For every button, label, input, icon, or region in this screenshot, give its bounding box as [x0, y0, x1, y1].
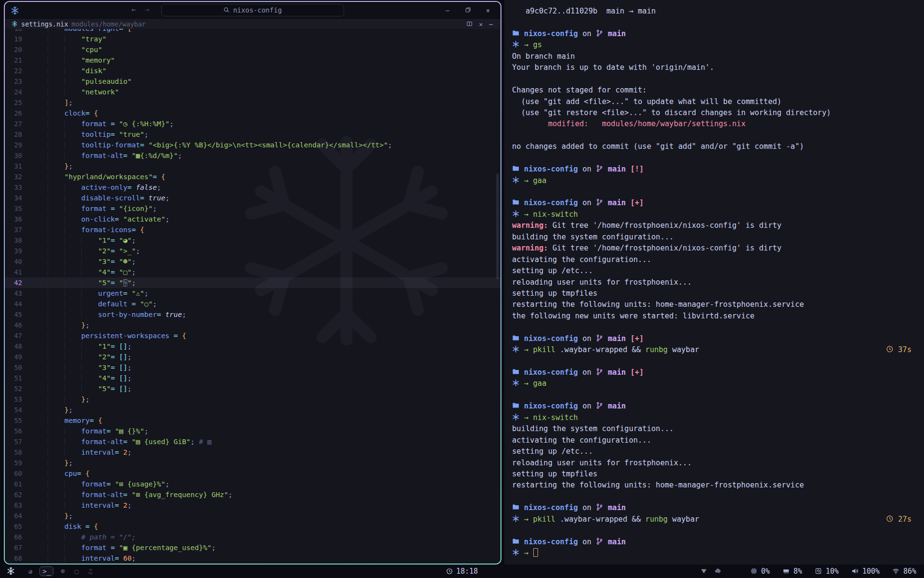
code-line[interactable]: 27 format = "◷ {:%H:%M}"; [5, 118, 500, 129]
code-line[interactable]: 24 "network" [5, 87, 500, 97]
code-line[interactable]: 41 "4"= "▢"; [5, 267, 500, 277]
code-line[interactable]: 18 modules-right= [ [5, 29, 500, 34]
tab-settings-nix[interactable]: settings.nix modules/home/waybar [5, 20, 146, 28]
line-number[interactable]: 59 [5, 458, 31, 468]
code-line[interactable]: 56 format= "▤ {}%"; [5, 426, 500, 436]
code-line[interactable]: 63 interval= 2; [5, 500, 500, 511]
code-line[interactable]: 29 tooltip-format= "<big>{:%Y %B}</big>\… [5, 140, 500, 150]
split-pane-icon[interactable] [466, 21, 473, 28]
line-number[interactable]: 28 [5, 129, 31, 140]
workspace-4-notes[interactable]: ▢ [72, 567, 81, 576]
code-line[interactable]: 59 }; [5, 458, 500, 468]
line-number[interactable]: 27 [5, 118, 31, 129]
line-number[interactable]: 35 [5, 203, 31, 214]
code-line[interactable]: 49 "2"= []; [5, 352, 500, 362]
code-line[interactable]: 55 memory= { [5, 415, 500, 426]
code-line[interactable]: 65 disk = { [5, 521, 500, 532]
line-number[interactable]: 41 [5, 267, 31, 277]
code-line[interactable]: 20 "cpu" [5, 44, 500, 55]
line-number[interactable]: 53 [5, 394, 31, 405]
code-line[interactable]: 60 cpu= { [5, 468, 500, 479]
line-number[interactable]: 48 [5, 341, 31, 352]
line-number[interactable]: 55 [5, 415, 31, 426]
code-line[interactable]: 35 format = "{icon}"; [5, 203, 500, 214]
code-line[interactable]: 51 "4"= []; [5, 373, 500, 383]
forward-button[interactable]: → [145, 5, 149, 14]
line-number[interactable]: 21 [5, 55, 31, 66]
line-number[interactable]: 62 [5, 489, 31, 500]
workspace-3-discord[interactable]: ☻ [58, 567, 67, 576]
code-line[interactable]: 39 "2"= ">_"; [5, 246, 500, 256]
code-line[interactable]: 54 }; [5, 405, 500, 415]
line-number[interactable]: 66 [5, 532, 31, 542]
code-line[interactable]: 31 }; [5, 161, 500, 171]
back-button[interactable]: ← [131, 5, 136, 14]
line-number[interactable]: 58 [5, 447, 31, 458]
nixos-menu-icon[interactable] [7, 566, 15, 576]
code-line[interactable]: 22 "disk" [5, 66, 500, 76]
line-number[interactable]: 22 [5, 66, 31, 76]
terminal[interactable]: a9c0c72..d11029b main → main nixos-confi… [504, 0, 924, 565]
code-line[interactable]: 61 format= "⊞ {usage}%"; [5, 479, 500, 489]
line-number[interactable]: 50 [5, 362, 31, 373]
network-tray-icon[interactable] [700, 567, 707, 576]
line-number[interactable]: 61 [5, 479, 31, 489]
code-line[interactable]: 23 "pulseaudio" [5, 76, 500, 87]
line-number[interactable]: 38 [5, 235, 31, 246]
code-line[interactable]: 48 "1"= []; [5, 341, 500, 352]
close-tab-button[interactable]: ✕ [479, 21, 483, 28]
code-line[interactable]: 25 ]; [5, 97, 500, 108]
line-number[interactable]: 64 [5, 511, 31, 521]
code-line[interactable]: 19 "tray" [5, 34, 500, 44]
project-search[interactable]: nixos-config [161, 4, 344, 16]
ram-module[interactable]: 8% [783, 567, 802, 576]
line-number[interactable]: 43 [5, 288, 31, 299]
line-number[interactable]: 54 [5, 405, 31, 415]
code-line[interactable]: 53 }; [5, 394, 500, 405]
line-number[interactable]: 23 [5, 76, 31, 87]
code-line[interactable]: 68 interval= 60; [5, 553, 500, 564]
code-line[interactable]: 34 disable-scroll= true; [5, 193, 500, 203]
line-number[interactable]: 19 [5, 34, 31, 44]
code-line[interactable]: 37 format-icons= { [5, 224, 500, 235]
code-line[interactable]: 30 format-alt= "▦{:%d/%m}"; [5, 150, 500, 161]
code-line[interactable]: 62 format-alt= "⊞ {avg_frequency} GHz"; [5, 489, 500, 500]
line-number[interactable]: 67 [5, 542, 31, 553]
line-number[interactable]: 20 [5, 44, 31, 55]
code-line[interactable]: 43 urgent= "⚠"; [5, 288, 500, 299]
line-number[interactable]: 34 [5, 193, 31, 203]
line-number[interactable]: 65 [5, 521, 31, 532]
line-number[interactable]: 32 [5, 171, 31, 182]
line-number[interactable]: 24 [5, 87, 31, 97]
cloud-tray-icon[interactable] [714, 567, 721, 576]
line-number[interactable]: 39 [5, 246, 31, 256]
editor-scrollbar[interactable] [496, 173, 499, 279]
line-number[interactable]: 49 [5, 352, 31, 362]
code-editor-area[interactable]: 18 modules-right= [19 "tray"20 "cpu"21 "… [5, 29, 500, 564]
maximize-button[interactable] [464, 7, 472, 14]
code-line[interactable]: 26 clock= { [5, 108, 500, 118]
code-line[interactable]: 36 on-click= "activate"; [5, 214, 500, 224]
code-line[interactable]: 21 "memory" [5, 55, 500, 66]
line-number[interactable]: 57 [5, 436, 31, 447]
line-number[interactable]: 33 [5, 182, 31, 193]
editor-titlebar[interactable]: ← → nixos-config — ✕ [5, 2, 500, 18]
line-number[interactable]: 37 [5, 224, 31, 235]
line-number[interactable]: 40 [5, 256, 31, 267]
code-line[interactable]: 44 default = "○"; [5, 299, 500, 309]
line-number[interactable]: 45 [5, 309, 31, 320]
line-number[interactable]: 31 [5, 161, 31, 171]
line-number[interactable]: 52 [5, 383, 31, 394]
code-line[interactable]: 57 format-alt= "▤ {used} GiB"; # ▥ [5, 436, 500, 447]
line-number[interactable]: 44 [5, 299, 31, 309]
code-line[interactable]: 46 }; [5, 320, 500, 330]
code-line[interactable]: 52 "5"= []; [5, 383, 500, 394]
line-number[interactable]: 18 [5, 29, 31, 34]
code-line[interactable]: 58 interval= 2; [5, 447, 500, 458]
line-number[interactable]: 51 [5, 373, 31, 383]
code-line[interactable]: 40 "3"= "☻"; [5, 256, 500, 267]
clock-module[interactable]: 18:18 [446, 567, 478, 576]
code-line[interactable]: 32 "hyprland/workspaces"= { [5, 171, 500, 182]
workspace-5-music[interactable]: ♫ [86, 567, 94, 576]
code-line[interactable]: 50 "3"= []; [5, 362, 500, 373]
